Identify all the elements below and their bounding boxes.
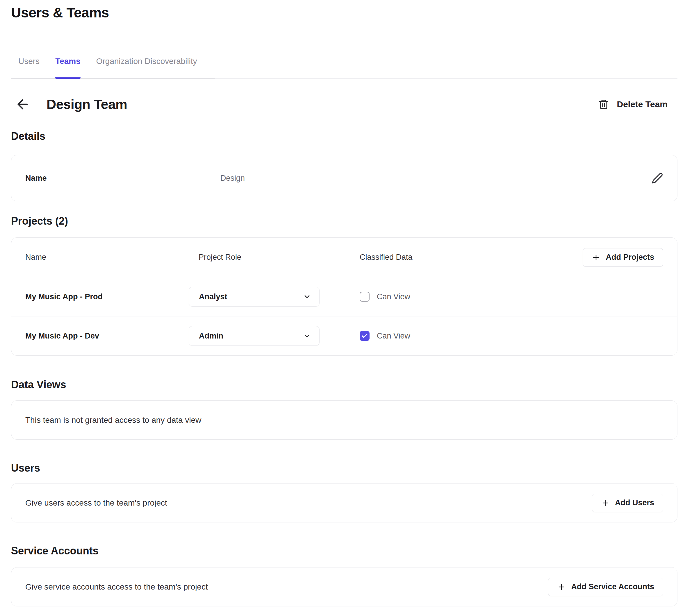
team-title: Design Team — [46, 96, 127, 112]
service-accounts-card: Give service accounts access to the team… — [11, 567, 678, 607]
plus-icon — [557, 582, 566, 591]
project-name: My Music App - Dev — [25, 332, 189, 340]
users-teams-page: Users & Teams Users Teams Organization D… — [0, 5, 685, 616]
back-button[interactable] — [15, 97, 30, 112]
projects-table: Name Project Role Classified Data Add Pr… — [11, 237, 678, 356]
project-row: My Music App - Prod Analyst Can View — [11, 277, 677, 316]
add-projects-label: Add Projects — [606, 253, 654, 262]
pencil-icon — [651, 172, 663, 184]
projects-heading: Projects (2) — [11, 215, 678, 227]
project-name: My Music App - Prod — [25, 292, 189, 301]
name-value: Design — [220, 174, 245, 183]
users-card: Give users access to the team's project … — [11, 483, 678, 523]
project-row: My Music App - Dev Admin Can View — [11, 316, 677, 355]
add-users-button[interactable]: Add Users — [592, 494, 663, 512]
plus-icon — [592, 253, 600, 262]
project-role-select[interactable]: Admin — [189, 326, 320, 346]
tab-teams[interactable]: Teams — [55, 57, 81, 78]
chevron-down-icon — [303, 292, 311, 301]
project-role-select[interactable]: Analyst — [189, 287, 320, 307]
add-users-label: Add Users — [615, 498, 654, 507]
plus-icon — [601, 499, 610, 507]
column-header-name: Name — [25, 253, 189, 262]
projects-header-row: Name Project Role Classified Data Add Pr… — [11, 238, 677, 277]
service-accounts-heading: Service Accounts — [11, 545, 678, 557]
service-accounts-empty-text: Give service accounts access to the team… — [25, 582, 208, 592]
team-header: Design Team Delete Team — [11, 95, 678, 114]
project-role-value: Admin — [199, 332, 223, 340]
delete-team-button[interactable]: Delete Team — [598, 99, 667, 110]
check-icon — [361, 332, 368, 339]
delete-team-label: Delete Team — [617, 100, 667, 109]
trash-icon — [598, 99, 609, 110]
tab-bar: Users Teams Organization Discoverability — [11, 57, 678, 79]
add-service-accounts-button[interactable]: Add Service Accounts — [548, 578, 663, 596]
details-card: Name Design — [11, 155, 678, 201]
users-empty-text: Give users access to the team's project — [25, 498, 167, 508]
tab-organization-discoverability[interactable]: Organization Discoverability — [96, 57, 197, 78]
project-role-value: Analyst — [199, 292, 227, 301]
chevron-down-icon — [303, 332, 311, 340]
data-views-card: This team is not granted access to any d… — [11, 400, 678, 440]
column-header-classified-data: Classified Data — [360, 253, 412, 262]
arrow-left-icon — [15, 97, 30, 112]
data-views-empty-text: This team is not granted access to any d… — [25, 416, 201, 425]
add-projects-button[interactable]: Add Projects — [583, 248, 663, 267]
can-view-checkbox[interactable] — [360, 292, 369, 302]
column-header-project-role: Project Role — [189, 253, 360, 262]
details-heading: Details — [11, 130, 678, 143]
can-view-label: Can View — [377, 292, 410, 301]
data-views-heading: Data Views — [11, 378, 678, 391]
can-view-label: Can View — [377, 332, 410, 340]
tab-users[interactable]: Users — [18, 57, 40, 78]
can-view-checkbox[interactable] — [360, 331, 369, 341]
edit-name-button[interactable] — [649, 170, 665, 186]
name-label: Name — [25, 174, 220, 183]
add-service-accounts-label: Add Service Accounts — [571, 582, 654, 591]
page-title: Users & Teams — [11, 5, 678, 21]
users-heading: Users — [11, 462, 678, 475]
